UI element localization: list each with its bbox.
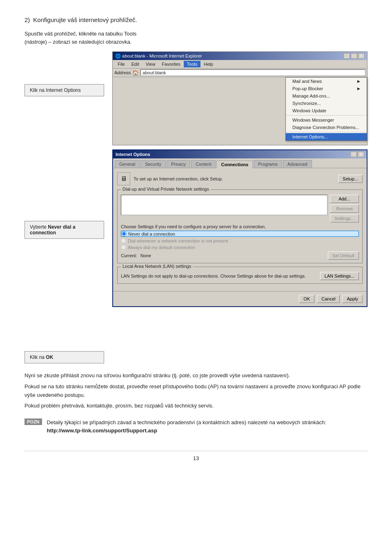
menu-popup-blocker[interactable]: Pop-up Blocker ▶ [286, 85, 367, 92]
dialog-footer: OK Cancel Apply [113, 291, 367, 306]
radio-always-dial-input[interactable] [121, 245, 126, 250]
dialog-titlebar: Internet Options ? ✕ [113, 150, 367, 158]
tab-programs[interactable]: Programs [254, 160, 282, 168]
menu-view[interactable]: View [143, 61, 159, 67]
menu-help[interactable]: Help [200, 61, 216, 67]
submenu-arrow: ▶ [357, 87, 360, 91]
submenu-arrow: ▶ [357, 79, 360, 83]
radio-dial-whenever-label: Dial whenever a network connection is no… [128, 238, 228, 243]
ie-titlebar-buttons: _ □ ✕ [343, 53, 365, 59]
dialog-title: Internet Options [116, 152, 150, 157]
setup-text: To set up an Internet connection, click … [134, 176, 335, 181]
screenshots-column: 🌐 about:blank - Microsoft Internet Explo… [112, 51, 368, 307]
proxy-text: Choose Settings if you need to configure… [121, 224, 359, 229]
lan-group-label: Local Area Network (LAN) settings [121, 264, 193, 269]
tools-dropdown: Mail and News ▶ Pop-up Blocker ▶ Manage … [285, 77, 367, 141]
setup-icon: 🖥 [117, 172, 130, 185]
add-button[interactable]: Add... [330, 195, 359, 203]
internet-options-dialog: Internet Options ? ✕ General Security Pr… [112, 149, 368, 307]
menu-file[interactable]: File [114, 61, 128, 67]
page-number: 13 [24, 451, 368, 461]
labels-column: Klik na Internet Options Vyberte Never d… [24, 51, 104, 363]
dialog-body: 🖥 To set up an Internet connection, clic… [113, 168, 367, 291]
ie-titlebar: 🌐 about:blank - Microsoft Internet Explo… [113, 52, 367, 60]
menu-diagnose[interactable]: Diagnose Connection Problems... [286, 124, 367, 131]
note-text: Detaily týkající se případných závad a t… [47, 418, 326, 434]
menu-tools[interactable]: Tools [184, 61, 201, 67]
dialog-question-btn[interactable]: ? [350, 151, 357, 157]
minimize-btn[interactable]: _ [343, 53, 350, 59]
ie-title-icon: 🌐 [115, 53, 121, 58]
lan-settings-button[interactable]: LAN Settings... [320, 272, 359, 280]
menu-favorites[interactable]: Favorites [158, 61, 183, 67]
radio-dial-whenever[interactable]: Dial whenever a network connection is no… [121, 238, 359, 243]
menu-windows-messenger[interactable]: Windows Messenger [286, 116, 367, 124]
note-label: POZN [24, 418, 42, 425]
radio-never-dial-label: Never dial a connection [128, 231, 175, 236]
label-internet-options: Klik na Internet Options [24, 84, 104, 96]
tab-connections[interactable]: Connections [216, 160, 253, 168]
radio-dial-whenever-input[interactable] [121, 238, 126, 243]
set-default-button[interactable]: Set Default [328, 252, 359, 260]
close-btn[interactable]: ✕ [358, 53, 365, 59]
dialog-title-buttons: ? ✕ [350, 151, 364, 157]
current-row: Current: None Set Default [121, 252, 359, 260]
ok-button[interactable]: OK [299, 295, 314, 303]
step-title: Konfigurujte váš internetový prohlížeč. [33, 16, 137, 23]
tab-general[interactable]: General [115, 160, 140, 168]
settings-button[interactable]: Settings... [330, 214, 359, 223]
intro-text: Spusťte váš prohlížeč, klikněte na tabul… [24, 30, 155, 46]
dialog-tabs: General Security Privacy Content Connect… [113, 158, 367, 168]
menu-separator-2 [286, 132, 367, 132]
remove-button[interactable]: Remove [330, 205, 359, 213]
address-input[interactable]: about:blank [140, 69, 365, 76]
bottom-para-1: Nyní se zkuste přihlásit znovu na síťovo… [24, 372, 368, 380]
note-url[interactable]: http://www.tp-link.com/support/Support.a… [47, 427, 157, 434]
step-number: 2) [24, 16, 30, 23]
tab-content[interactable]: Content [191, 160, 216, 168]
tab-advanced[interactable]: Advanced [283, 160, 312, 168]
note-text-content: Detaily týkající se případných závad a t… [47, 419, 326, 425]
setup-row: 🖥 To set up an Internet connection, clic… [117, 172, 363, 185]
radio-always-dial[interactable]: Always dial my default connection [121, 245, 359, 250]
menu-windows-update[interactable]: Windows Update [286, 107, 367, 114]
address-label: Address [114, 70, 131, 75]
bottom-text: Nyní se zkuste přihlásit znovu na síťovo… [24, 372, 368, 410]
dialup-group: Dial-up and Virtual Private Network sett… [117, 189, 363, 263]
dialup-listbox[interactable] [121, 195, 327, 215]
ie-menubar: File Edit View Favorites Tools Help [113, 60, 367, 69]
lan-group: Local Area Network (LAN) settings LAN Se… [117, 267, 363, 284]
dialup-group-label: Dial-up and Virtual Private Network sett… [121, 187, 211, 191]
apply-button[interactable]: Apply [342, 295, 363, 303]
main-layout: Klik na Internet Options Vyberte Never d… [24, 51, 368, 363]
ie-window: 🌐 about:blank - Microsoft Internet Explo… [112, 51, 368, 145]
address-icon: 🏠 [132, 70, 139, 76]
menu-separator-1 [286, 115, 367, 116]
label-ok: Klik na OK [24, 351, 104, 363]
bottom-para-3: Pokud problém přetrvává, kontaktujte, pr… [24, 402, 368, 410]
ie-address-bar: Address 🏠 about:blank [113, 69, 367, 77]
page-content: 2) Konfigurujte váš internetový prohlíže… [24, 16, 368, 461]
ie-title: 🌐 about:blank - Microsoft Internet Explo… [115, 53, 202, 59]
current-label: Current: [121, 253, 137, 258]
dialog-close-btn[interactable]: ✕ [358, 151, 364, 157]
tab-privacy[interactable]: Privacy [167, 160, 190, 168]
menu-edit[interactable]: Edit [128, 61, 143, 67]
current-value: None [140, 253, 151, 258]
radio-never-dial[interactable]: Never dial a connection [121, 231, 359, 237]
label-never-dial: Vyberte Never dial aconnection [24, 221, 104, 239]
tab-security[interactable]: Security [140, 160, 166, 168]
menu-mail-news[interactable]: Mail and News ▶ [286, 78, 367, 85]
setup-icon-img: 🖥 [120, 175, 127, 183]
lan-group-content: LAN Settings do not apply to dial-up con… [121, 272, 359, 280]
menu-synchronize[interactable]: Synchronize... [286, 100, 367, 107]
menu-internet-options[interactable]: Internet Options... [286, 133, 367, 140]
radio-never-dial-input[interactable] [121, 231, 127, 236]
dialup-group-content: Add... Remove Settings... Choose Setting… [121, 195, 359, 260]
cancel-button[interactable]: Cancel [317, 295, 340, 303]
setup-button[interactable]: Setup... [338, 175, 363, 183]
note-box: POZN Detaily týkající se případných záva… [24, 418, 368, 434]
maximize-btn[interactable]: □ [351, 53, 357, 59]
radio-always-dial-label: Always dial my default connection [128, 245, 195, 250]
menu-manage-addons[interactable]: Manage Add-ons... [286, 92, 367, 100]
